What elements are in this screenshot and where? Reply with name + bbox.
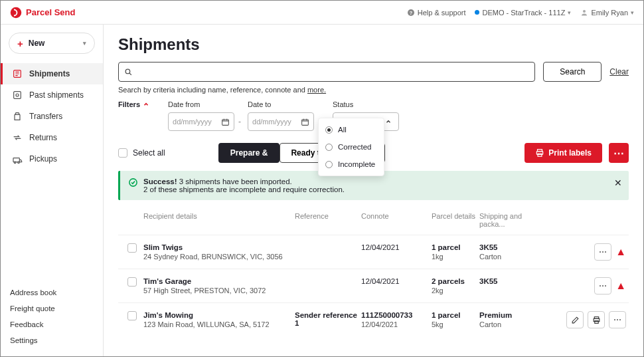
recipient-address: 123 Main Road, WILLUNGA, SA, 5172 bbox=[143, 320, 295, 328]
recipient-address: 24 Sydney Road, BRUNSWICK, VIC, 3056 bbox=[143, 253, 295, 261]
new-button[interactable]: +New ▾ bbox=[9, 33, 95, 54]
row-more-button[interactable]: ⋯ bbox=[609, 311, 626, 328]
nav-returns[interactable]: Returns bbox=[1, 127, 103, 148]
help-icon: ? bbox=[407, 9, 415, 17]
chevron-down-icon: ▾ bbox=[568, 9, 571, 16]
recipient-address: 57 High Street, PRESTON, VIC, 3072 bbox=[143, 287, 295, 295]
page-title: Shipments bbox=[118, 35, 629, 54]
nav-shipments[interactable]: Shipments bbox=[1, 63, 103, 84]
search-button[interactable]: Search bbox=[543, 62, 602, 82]
chevron-up-icon bbox=[385, 118, 392, 125]
radio-icon bbox=[325, 144, 333, 151]
row-checkbox[interactable] bbox=[127, 277, 137, 287]
svg-point-10 bbox=[125, 69, 130, 74]
checkbox-icon[interactable] bbox=[118, 148, 127, 158]
svg-rect-5 bbox=[14, 92, 21, 99]
status-dropdown: AllCorrectedIncomplete bbox=[318, 118, 384, 176]
search-hint: Search by criteria including name, refer… bbox=[118, 86, 629, 94]
svg-point-8 bbox=[14, 162, 16, 164]
dots-icon: ⋯ bbox=[599, 247, 607, 257]
clear-link[interactable]: Clear bbox=[609, 67, 629, 76]
radio-icon bbox=[325, 126, 333, 134]
warning-icon: ▲ bbox=[615, 280, 626, 292]
check-circle-icon bbox=[128, 178, 138, 187]
date-to-input[interactable]: dd/mm/yyyy bbox=[248, 112, 314, 131]
footer-link[interactable]: Address book bbox=[10, 285, 94, 300]
date-from-label: Date from bbox=[168, 100, 241, 108]
more-link[interactable]: more. bbox=[307, 86, 326, 94]
table-row: Jim's Mowing123 Main Road, WILLUNGA, SA,… bbox=[118, 302, 629, 336]
row-more-button[interactable]: ⋯ bbox=[594, 243, 611, 261]
table-row: Slim Twigs24 Sydney Road, BRUNSWICK, VIC… bbox=[118, 235, 629, 269]
brand-name: Parcel Send bbox=[26, 7, 75, 17]
print-labels-button[interactable]: Print labels bbox=[524, 143, 602, 163]
footer-link[interactable]: Settings bbox=[10, 332, 94, 348]
app-header: Parcel Send ? Help & support DEMO - Star… bbox=[1, 1, 643, 25]
svg-point-6 bbox=[16, 94, 19, 96]
more-actions-button[interactable]: ⋯ bbox=[609, 143, 629, 163]
row-more-button[interactable]: ⋯ bbox=[594, 277, 611, 295]
row-checkbox[interactable] bbox=[127, 243, 137, 253]
radio-icon bbox=[325, 161, 333, 168]
close-icon[interactable]: ✕ bbox=[614, 178, 622, 188]
status-option[interactable]: Incomplete bbox=[319, 156, 384, 173]
calendar-icon bbox=[301, 118, 309, 126]
svg-rect-11 bbox=[222, 119, 229, 125]
status-option[interactable]: Corrected bbox=[319, 138, 384, 156]
logo[interactable]: Parcel Send bbox=[10, 7, 75, 19]
svg-point-0 bbox=[11, 7, 22, 18]
edit-button[interactable] bbox=[566, 311, 584, 328]
date-from-input[interactable]: dd/mm/yyyy bbox=[168, 112, 234, 131]
print-row-button[interactable] bbox=[588, 311, 605, 328]
table-row: Tim's Garage57 High Street, PRESTON, VIC… bbox=[118, 269, 629, 302]
nav-icon bbox=[12, 154, 23, 164]
status-label: Status bbox=[333, 100, 399, 108]
nav-transfers[interactable]: Transfers bbox=[1, 106, 103, 127]
plus-icon: + bbox=[17, 38, 23, 49]
nav-pickups[interactable]: Pickups bbox=[1, 148, 103, 170]
nav-icon bbox=[12, 68, 23, 79]
row-checkbox[interactable] bbox=[127, 311, 137, 320]
status-dot-icon bbox=[475, 10, 479, 15]
recipient-name: Jim's Mowing bbox=[143, 311, 193, 319]
main-content: Shipments Search Clear Search by criteri… bbox=[104, 25, 643, 356]
dots-icon: ⋯ bbox=[599, 281, 607, 291]
svg-rect-12 bbox=[302, 119, 309, 125]
sidebar: +New ▾ Shipments Past shipments Transfer… bbox=[1, 25, 104, 356]
prepare-button[interactable]: Prepare & bbox=[218, 143, 280, 163]
filters-toggle[interactable]: Filters bbox=[118, 100, 149, 108]
search-input-wrap[interactable] bbox=[118, 62, 535, 82]
table-header: Recipient details Reference Connote Parc… bbox=[118, 205, 629, 235]
dots-icon: ⋯ bbox=[613, 315, 621, 324]
search-icon bbox=[124, 68, 133, 76]
status-option[interactable]: All bbox=[319, 121, 384, 138]
printer-icon bbox=[592, 316, 601, 324]
warning-icon: ▲ bbox=[615, 246, 626, 258]
account-switcher[interactable]: DEMO - StarTrack - 111Z ▾ bbox=[475, 9, 571, 17]
pencil-icon bbox=[571, 316, 580, 324]
chevron-down-icon: ▾ bbox=[83, 40, 86, 47]
nav-icon bbox=[12, 90, 23, 100]
chevron-up-icon bbox=[143, 101, 149, 108]
nav-past-shipments[interactable]: Past shipments bbox=[1, 84, 103, 106]
nav-icon bbox=[12, 111, 23, 122]
nav-icon bbox=[12, 132, 23, 143]
dots-icon: ⋯ bbox=[613, 147, 624, 160]
svg-point-9 bbox=[18, 162, 20, 164]
footer-link[interactable]: Feedback bbox=[10, 316, 94, 332]
svg-text:?: ? bbox=[410, 10, 412, 15]
svg-point-3 bbox=[583, 10, 586, 13]
user-icon bbox=[580, 9, 588, 17]
date-to-label: Date to bbox=[248, 100, 314, 108]
search-input[interactable] bbox=[137, 67, 529, 76]
recipient-name: Slim Twigs bbox=[143, 243, 183, 251]
calendar-icon bbox=[221, 118, 230, 126]
help-link[interactable]: ? Help & support bbox=[407, 9, 466, 17]
printer-icon bbox=[535, 148, 544, 158]
chevron-down-icon: ▾ bbox=[631, 9, 634, 16]
user-menu[interactable]: Emily Ryan ▾ bbox=[580, 9, 634, 17]
footer-link[interactable]: Freight quote bbox=[10, 300, 94, 316]
logo-icon bbox=[10, 7, 22, 19]
recipient-name: Tim's Garage bbox=[143, 277, 191, 285]
select-all[interactable]: Select all bbox=[118, 148, 165, 158]
